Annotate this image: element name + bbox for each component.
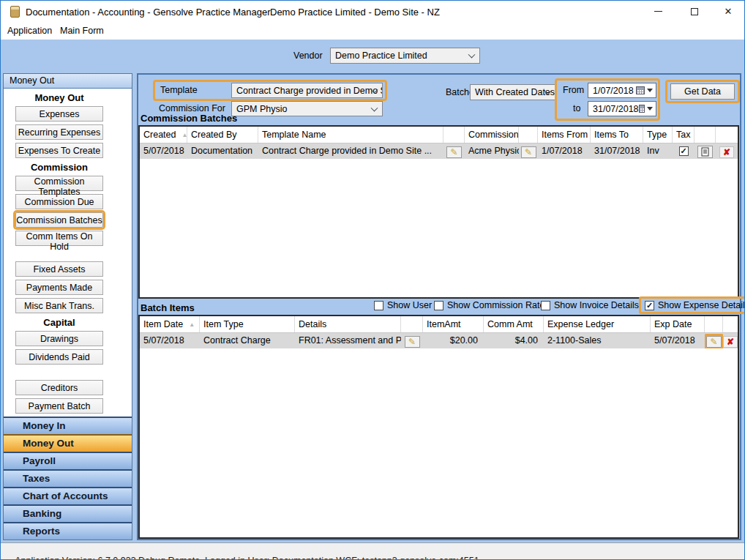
check-icon: ✓ [680,143,686,159]
close-icon: ✕ [725,6,733,17]
nav-money-out[interactable]: Money Out [4,434,132,452]
app-window: Documentation - Accounting - Gensolve Pr… [0,0,745,560]
cell-type: Inv [643,143,673,159]
commission-batch-row[interactable]: 5/07/2018 Documentation Contract Charge … [140,143,738,159]
nav-taxes[interactable]: Taxes [4,469,132,487]
batches-select[interactable]: With Created Dates [470,84,556,100]
sidebar-button-expenses-to-create[interactable]: Expenses To Create [15,143,103,158]
from-label: From [563,85,584,95]
from-date-field[interactable]: 1/07/2018 [588,83,656,98]
sidebar-button-commission-due[interactable]: Commission Due [15,194,103,209]
menu-application[interactable]: Application [7,26,52,36]
col-template-name[interactable]: Template Name [258,127,443,143]
cell-template-name: Contract Charge provided in Demo Site ..… [258,143,443,159]
show-commission-rates-option[interactable]: Show Commission Rates [434,300,550,310]
col-item-amt[interactable]: ItemAmt [423,316,484,332]
delete-batch-button[interactable]: ✘ [719,146,734,158]
show-expense-details-checkbox[interactable]: ✓ [645,301,654,310]
close-button[interactable]: ✕ [714,1,742,22]
nav-banking[interactable]: Banking [4,504,132,522]
commission-batches-title: Commission Batches [141,113,237,124]
sidebar-button-expenses[interactable]: Expenses [15,106,103,122]
show-invoice-details-option[interactable]: Show Invoice Details [541,300,639,310]
sidebar-button-commission-batches[interactable]: Commission Batches [15,212,103,228]
main-panel: Template Contract Charge provided in Dem… [137,73,741,540]
date-range-highlight-box: From 1/07/2018 to 31/07/2018 [555,78,660,121]
col-created-by[interactable]: Created By [187,127,258,143]
cell-created-by: Documentation [187,143,258,159]
section-header-capital: Capital [15,317,103,328]
col-created[interactable]: Created▲ [140,127,187,143]
maximize-button[interactable] [681,1,708,22]
col-edit2 [519,127,538,143]
show-expense-details-option[interactable]: ✓ Show Expense Details [639,296,745,314]
cell-report [695,143,716,159]
col-comm-amt[interactable]: Comm Amt [484,316,544,332]
sidebar-button-payments-made[interactable]: Payments Made [15,280,103,295]
show-invoice-details-checkbox[interactable] [541,301,550,310]
cell-item-type: Contract Charge [200,333,295,348]
pencil-icon: ✎ [525,147,532,157]
col-expense-ledger[interactable]: Expense Ledger [544,316,651,332]
from-date-value: 1/07/2018 [588,86,636,96]
col-item-date[interactable]: Item Date▲ [140,316,200,332]
show-commission-rates-checkbox[interactable] [434,301,443,310]
col-items-to[interactable]: Items To [591,127,643,143]
edit-commission-for-button[interactable]: ✎ [521,146,536,158]
cell-item-date: 5/07/2018 [140,333,200,348]
sort-asc-icon: ▲ [181,127,187,143]
vendor-select[interactable]: Demo Practice Limited [330,48,480,64]
commission-batches-header-row: Created▲ Created By Template Name Commis… [140,127,738,143]
sidebar-button-fixed-assets[interactable]: Fixed Assets [15,261,103,277]
pencil-icon: ✎ [710,337,717,347]
cell-exp-date: 5/07/2018 [651,333,705,348]
cell-delete: ✘ [723,333,738,348]
edit-details-button[interactable]: ✎ [405,336,420,348]
col-item-type[interactable]: Item Type [200,316,295,332]
col-tax[interactable]: Tax [673,127,695,143]
section-header-commission: Commission [15,162,103,173]
edit-expense-button[interactable]: ✎ [706,336,722,348]
sidebar-button-comm-items-on-hold[interactable]: Comm Items On Hold [15,231,103,246]
menu-main-form[interactable]: Main Form [60,26,104,36]
report-button[interactable] [697,146,713,158]
delete-item-button[interactable]: ✘ [723,336,738,348]
nav-money-in[interactable]: Money In [4,417,132,434]
minimize-button[interactable] [644,1,672,22]
col-type[interactable]: Type [643,127,673,143]
batch-item-row[interactable]: 5/07/2018 Contract Charge FR01: Assessme… [140,333,738,348]
commission-batches-table: Created▲ Created By Template Name Commis… [138,125,739,299]
template-select[interactable]: Contract Charge provided in Demo Site [231,83,383,98]
cell-edit2: ✎ [519,143,538,159]
sidebar-button-payment-batch[interactable]: Payment Batch [15,398,103,414]
col-details[interactable]: Details [295,316,401,332]
to-date-field[interactable]: 31/07/2018 [588,101,656,116]
get-data-highlight-box: Get Data [665,80,740,103]
col-commission-for[interactable]: Commission For [465,127,519,143]
sidebar-button-recurring-expenses[interactable]: Recurring Expenses [15,124,103,140]
sidebar-button-creditors[interactable]: Creditors [15,380,103,395]
show-user-option[interactable]: Show User [374,300,432,310]
nav-chart-of-accounts[interactable]: Chart of Accounts [4,487,132,504]
col-exp-date[interactable]: Exp Date [651,316,705,332]
calendar-icon [639,105,645,113]
batch-items-table: Item Date▲ Item Type Details ItemAmt Com… [138,315,739,539]
cell-items-from: 1/07/2018 [538,143,591,159]
col-items-from[interactable]: Items From [538,127,591,143]
col-edit2 [705,316,723,332]
nav-payroll[interactable]: Payroll [4,452,132,469]
chevron-down-icon [371,104,378,111]
sidebar-button-commission-templates[interactable]: Commission Templates [15,176,103,191]
cell-comm-amt: $4.00 [484,333,544,348]
dropdown-arrow-icon [647,107,653,111]
app-icon [10,6,20,18]
nav-reports[interactable]: Reports [4,522,132,540]
edit-template-button[interactable]: ✎ [446,146,462,158]
sidebar-button-misc-bank-trans[interactable]: Misc Bank Trans. [15,298,103,313]
show-user-checkbox[interactable] [374,301,383,310]
commission-for-select[interactable]: GPM Physio [231,101,383,116]
tax-checkbox[interactable]: ✓ [679,146,689,156]
sidebar-button-drawings[interactable]: Drawings [15,331,103,346]
get-data-button[interactable]: Get Data [670,83,735,100]
sidebar-button-dividends-paid[interactable]: Dividends Paid [15,349,103,365]
